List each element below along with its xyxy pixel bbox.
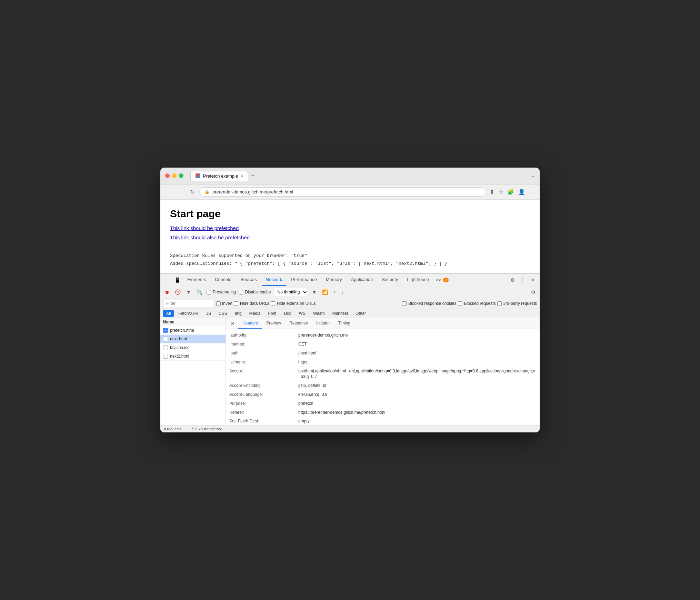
- filter-input[interactable]: [163, 300, 215, 307]
- profile-icon[interactable]: 👤: [518, 189, 525, 195]
- hide-data-urls-label: Hide data URLs: [234, 301, 269, 306]
- address-input[interactable]: 🔒 prerender-demos.glitch.me/prefetch.htm…: [199, 187, 486, 197]
- preserve-log-checkbox[interactable]: [207, 290, 211, 294]
- filter-type-css[interactable]: CSS: [216, 310, 230, 317]
- disable-cache-checkbox[interactable]: [239, 290, 243, 294]
- header-row: Referer:https://prerender-demos.glitch.m…: [229, 408, 536, 417]
- tab-overflow-chevron[interactable]: ⌄: [531, 173, 535, 178]
- tab-application[interactable]: Application: [347, 274, 377, 286]
- export-button[interactable]: ↓: [340, 289, 345, 296]
- filter-type-img[interactable]: Img: [232, 310, 245, 317]
- request-item-favicon[interactable]: favicon.ico: [160, 343, 226, 352]
- network-body: Name ≡ prefetch.html next.html favicon.i…: [160, 318, 540, 425]
- devtools-settings-button[interactable]: ⚙: [508, 274, 517, 286]
- network-settings-button[interactable]: ⚙: [530, 289, 537, 296]
- record-button[interactable]: ⏺: [163, 289, 171, 296]
- filter-type-fetch-xhr[interactable]: Fetch/XHR: [175, 310, 202, 317]
- import-button[interactable]: ↑: [332, 289, 337, 296]
- disable-cache-text: Disable cache: [245, 290, 271, 294]
- filter-toggle-button[interactable]: ▼: [185, 289, 192, 296]
- filter-type-media[interactable]: Media: [246, 310, 264, 317]
- devtools-inspect-icon[interactable]: ⬚: [163, 274, 172, 286]
- tab-network[interactable]: Network: [262, 274, 287, 286]
- back-button[interactable]: ←: [165, 188, 173, 196]
- third-party-requests-text: 3rd-party requests: [503, 301, 537, 306]
- active-tab[interactable]: Prefetch example ×: [190, 171, 248, 181]
- headers-tab-initiator[interactable]: Initiator: [312, 318, 334, 329]
- header-value: GET: [298, 341, 307, 347]
- preserve-log-label: Preserve log: [207, 290, 236, 294]
- headers-tab-headers[interactable]: Headers: [238, 318, 262, 329]
- hide-ext-urls-checkbox[interactable]: [271, 301, 275, 306]
- throttle-dropdown[interactable]: ▼: [311, 289, 318, 296]
- request-name-next-html: next.html: [170, 337, 187, 341]
- search-button[interactable]: 🔍: [195, 289, 204, 296]
- hide-data-urls-text: Hide data URLs: [240, 301, 269, 306]
- blocked-requests-checkbox[interactable]: [458, 301, 462, 306]
- tab-sources[interactable]: Sources: [236, 274, 261, 286]
- header-name: Accept:: [229, 368, 298, 380]
- tab-security[interactable]: Security: [378, 274, 402, 286]
- requests-count: 4 requests: [164, 427, 181, 431]
- tab-close-button[interactable]: ×: [241, 173, 243, 178]
- url-text: prerender-demos.glitch.me/prefetch.html: [212, 189, 293, 194]
- devtools-close-button[interactable]: ✕: [529, 274, 537, 286]
- header-name: Accept-Language:: [229, 392, 298, 398]
- filter-type-js[interactable]: JS: [203, 310, 214, 317]
- devtools-actions: ⚙ ⋮ ✕: [508, 274, 537, 286]
- filter-type-manifest[interactable]: Manifest: [329, 310, 351, 317]
- extensions-icon[interactable]: 🧩: [507, 189, 514, 195]
- request-item-next-html[interactable]: next.html: [160, 335, 226, 343]
- header-row: :method:GET: [229, 340, 536, 349]
- tab-performance[interactable]: Performance: [287, 274, 321, 286]
- headers-tab-preview[interactable]: Preview: [262, 318, 285, 329]
- tab-console[interactable]: Console: [211, 274, 236, 286]
- request-item-prefetch-html[interactable]: ≡ prefetch.html: [160, 326, 226, 335]
- throttle-select[interactable]: No throttling Fast 3G Slow 3G: [274, 288, 308, 296]
- devtools-menu-button[interactable]: ⋮: [518, 274, 527, 286]
- blocked-response-cookies-text: Blocked response cookies: [408, 301, 456, 306]
- blocked-requests-label: Blocked requests: [458, 301, 496, 306]
- close-panel-button[interactable]: ✕: [229, 319, 237, 328]
- tab-lighthouse[interactable]: Lighthouse: [403, 274, 433, 286]
- third-party-requests-checkbox[interactable]: [497, 301, 502, 306]
- forward-button[interactable]: →: [177, 188, 185, 196]
- invert-text: Invert: [222, 301, 232, 306]
- hide-data-urls-checkbox[interactable]: [234, 301, 238, 306]
- maximize-traffic-light[interactable]: [179, 173, 183, 178]
- headers-tab-response[interactable]: Response: [285, 318, 312, 329]
- close-traffic-light[interactable]: [165, 173, 170, 178]
- blocked-response-cookies-checkbox[interactable]: [402, 301, 407, 306]
- minimize-traffic-light[interactable]: [172, 173, 177, 178]
- traffic-lights: [165, 173, 183, 178]
- devtools-device-icon[interactable]: 📱: [172, 274, 182, 286]
- transferred-size: 5.6 kB transferred: [192, 427, 222, 431]
- headers-tab-timing[interactable]: Timing: [334, 318, 354, 329]
- tab-elements[interactable]: Elements: [183, 274, 210, 286]
- status-divider: |: [186, 427, 187, 431]
- filter-type-doc[interactable]: Doc: [281, 310, 294, 317]
- devtools-more-tabs[interactable]: >> 2: [434, 274, 451, 285]
- invert-checkbox[interactable]: [216, 301, 221, 306]
- link-2[interactable]: This link should also be prefetched: [170, 234, 530, 240]
- headers-panel: ✕ Headers Preview Response Initiator Tim…: [226, 318, 540, 425]
- code-line-1: Speculation Rules supported on your brow…: [170, 252, 530, 260]
- refresh-button[interactable]: ↻: [189, 188, 196, 196]
- filter-type-ws[interactable]: WS: [296, 310, 309, 317]
- blocked-response-cookies-label: Blocked response cookies: [402, 301, 456, 306]
- tab-bar: Prefetch example × +: [190, 171, 528, 181]
- filter-type-font[interactable]: Font: [265, 310, 279, 317]
- menu-icon[interactable]: ⋮: [529, 189, 535, 195]
- link-1[interactable]: This link should be prefetched: [170, 225, 530, 231]
- bookmark-icon[interactable]: ☆: [498, 189, 503, 195]
- tab-memory[interactable]: Memory: [322, 274, 346, 286]
- clear-button[interactable]: 🚫: [173, 289, 182, 296]
- disable-cache-label: Disable cache: [239, 290, 271, 294]
- request-item-next2-html[interactable]: next2.html: [160, 352, 226, 361]
- new-tab-button[interactable]: +: [251, 173, 255, 179]
- filter-type-wasm[interactable]: Wasm: [310, 310, 328, 317]
- filter-type-other[interactable]: Other: [352, 310, 369, 317]
- filter-type-all[interactable]: All: [163, 310, 174, 317]
- wifi-icon[interactable]: 📶: [321, 289, 329, 296]
- share-icon[interactable]: ⬆: [490, 189, 494, 195]
